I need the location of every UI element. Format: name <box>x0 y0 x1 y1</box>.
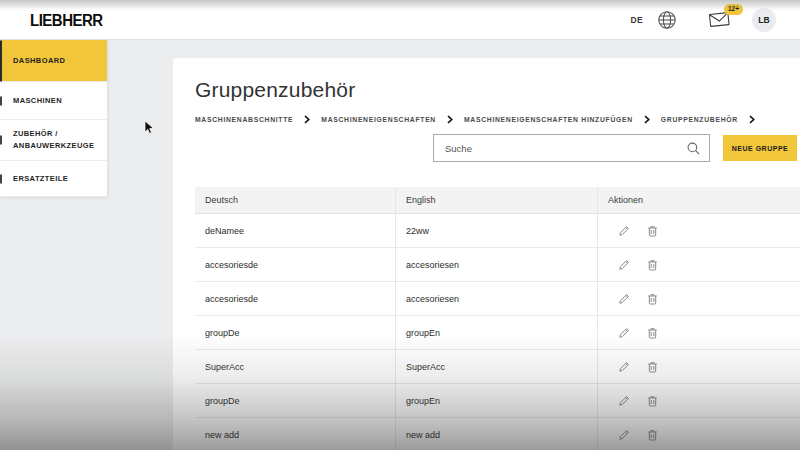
table-row: new add new add <box>195 418 800 450</box>
cell-deutsch: deNamee <box>195 214 396 247</box>
table-row: groupDe groupEn <box>195 384 800 418</box>
liebherr-logo: LIEBHERR <box>30 12 103 30</box>
trash-icon[interactable] <box>647 361 658 373</box>
table-row: accesoriesde accesoriesen <box>195 248 800 282</box>
sidebar-item-zubehoer-anbauwerkzeuge[interactable]: ZUBEHÖR / ANBAUWERKZEUGE <box>0 120 107 161</box>
cell-aktionen <box>598 248 800 281</box>
pencil-icon[interactable] <box>618 327 630 339</box>
table-row: groupDe groupEn <box>195 316 800 350</box>
cell-deutsch: new add <box>195 418 396 450</box>
cell-english: accesoriesen <box>396 248 598 281</box>
trash-icon[interactable] <box>647 293 658 305</box>
chevron-right-icon <box>749 115 755 124</box>
top-header: LIEBHERR DE 12+ LB <box>0 0 800 40</box>
sidebar: DASHBOARD MASCHINEN ZUBEHÖR / ANBAUWERKZ… <box>0 40 107 197</box>
pencil-icon[interactable] <box>618 259 630 271</box>
trash-icon[interactable] <box>647 395 658 407</box>
pencil-icon[interactable] <box>618 361 630 373</box>
cell-deutsch: groupDe <box>195 316 396 349</box>
sidebar-item-ersatzteile[interactable]: ERSATZTEILE <box>0 161 107 197</box>
sidebar-item-label: MASCHINEN <box>13 95 62 107</box>
avatar[interactable]: LB <box>752 8 776 32</box>
trash-icon[interactable] <box>647 225 658 237</box>
table-header-row: Deutsch English Aktionen <box>195 187 800 214</box>
cell-english: groupEn <box>396 316 598 349</box>
sidebar-item-label: ZUBEHÖR / ANBAUWERKZEUGE <box>13 128 99 151</box>
breadcrumb-item-gruppenzubehoer[interactable]: GRUPPENZUBEHÖR <box>661 116 738 123</box>
search-row: NEUE GRUPPE <box>433 133 800 163</box>
cell-deutsch: accesoriesde <box>195 282 396 315</box>
sidebar-item-label: ERSATZTEILE <box>13 173 68 185</box>
cell-english: new add <box>396 418 598 450</box>
sidebar-item-label: DASHBOARD <box>13 55 65 67</box>
cell-english: 22ww <box>396 214 598 247</box>
chevron-right-icon <box>304 115 310 124</box>
breadcrumb: MASCHINENABSCHNITTE MASCHINENEIGENSCHAFT… <box>195 115 800 124</box>
groups-table: Deutsch English Aktionen deNamee 22ww <box>195 187 800 450</box>
breadcrumb-item-maschinenabschnitte[interactable]: MASCHINENABSCHNITTE <box>195 116 293 123</box>
table-row: accesoriesde accesoriesen <box>195 282 800 316</box>
pencil-icon[interactable] <box>618 225 630 237</box>
cell-aktionen <box>598 316 800 349</box>
search-box <box>433 134 710 162</box>
language-selector[interactable]: DE <box>631 15 643 25</box>
header-actions: DE 12+ LB <box>631 8 776 32</box>
cell-aktionen <box>598 350 800 383</box>
cell-english: groupEn <box>396 384 598 417</box>
cell-aktionen <box>598 418 800 450</box>
mouse-cursor <box>144 120 155 139</box>
column-header-aktionen: Aktionen <box>598 187 800 213</box>
table-row: deNamee 22ww <box>195 214 800 248</box>
breadcrumb-item-maschineneigenschaften[interactable]: MASCHINENEIGENSCHAFTEN <box>321 116 436 123</box>
trash-icon[interactable] <box>647 327 658 339</box>
search-icon[interactable] <box>687 142 700 155</box>
mail-icon[interactable]: 12+ <box>709 12 730 27</box>
cell-english: SuperAcc <box>396 350 598 383</box>
breadcrumb-item-maschineneigenschaften-hinzufuegen[interactable]: MASCHINENEIGENSCHAFTEN HINZUFÜGEN <box>464 116 633 123</box>
column-header-deutsch: Deutsch <box>195 187 396 213</box>
column-header-english: English <box>396 187 598 213</box>
search-input[interactable] <box>445 143 687 154</box>
table-row: SuperAcc SuperAcc <box>195 350 800 384</box>
trash-icon[interactable] <box>647 259 658 271</box>
globe-icon[interactable] <box>657 10 677 30</box>
cell-deutsch: accesoriesde <box>195 248 396 281</box>
chevron-right-icon <box>447 115 453 124</box>
pencil-icon[interactable] <box>618 395 630 407</box>
page-title: Gruppenzubehör <box>195 78 800 102</box>
cell-deutsch: groupDe <box>195 384 396 417</box>
trash-icon[interactable] <box>647 429 658 441</box>
cell-deutsch: SuperAcc <box>195 350 396 383</box>
chevron-right-icon <box>644 115 650 124</box>
pencil-icon[interactable] <box>618 293 630 305</box>
new-group-button[interactable]: NEUE GRUPPE <box>723 135 797 161</box>
main-content: Gruppenzubehör MASCHINENABSCHNITTE MASCH… <box>173 58 800 450</box>
cell-aktionen <box>598 214 800 247</box>
cell-aktionen <box>598 384 800 417</box>
cell-english: accesoriesen <box>396 282 598 315</box>
cell-aktionen <box>598 282 800 315</box>
sidebar-item-dashboard[interactable]: DASHBOARD <box>0 40 107 82</box>
sidebar-item-maschinen[interactable]: MASCHINEN <box>0 82 107 120</box>
mail-badge: 12+ <box>724 4 743 15</box>
pencil-icon[interactable] <box>618 429 630 441</box>
